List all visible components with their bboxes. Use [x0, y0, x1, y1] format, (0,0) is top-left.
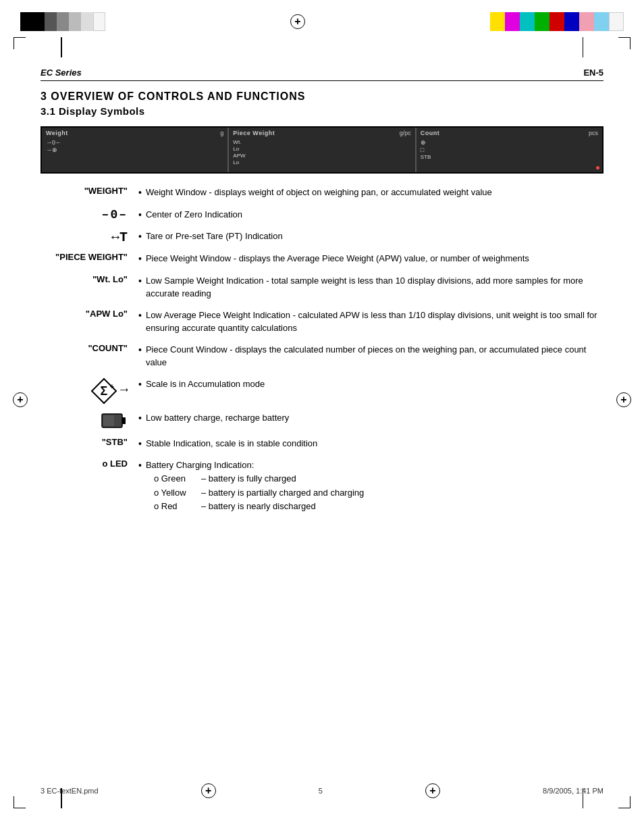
panel-count-unit: pcs	[589, 130, 598, 136]
stb-label: "STB"	[41, 437, 138, 447]
led-green-row: o Green – battery is fully charged	[154, 472, 603, 486]
sigma-content: • Scale is in Accumulation mode	[138, 377, 603, 393]
led-bullet-text: Battery Charging Indication: o Green – b…	[146, 459, 603, 514]
panel-pw-icons: Wt.Lo APWLo	[233, 139, 410, 165]
cs-magenta	[505, 12, 520, 31]
corner-tl	[14, 37, 26, 49]
bullet-dot: •	[138, 209, 142, 222]
pw-icon-wtlo: Wt.Lo	[233, 139, 410, 152]
cs-ltblue	[594, 12, 609, 31]
zero-symbol: –0–	[41, 208, 138, 221]
led-label: o LED	[41, 459, 138, 469]
cs-green	[535, 12, 549, 31]
weight-label: "WEIGHT"	[41, 186, 138, 196]
led-red-row: o Red – battery is nearly discharged	[154, 500, 603, 514]
display-panel-pieceweight: Piece Weight g/pc Wt.Lo APWLo	[229, 128, 416, 172]
row-sigma: Σ + → • Scale is in Accumulation mode	[41, 377, 603, 405]
row-stb: "STB" • Stable Indication, scale is in s…	[41, 437, 603, 452]
bullet-dot: •	[138, 309, 142, 323]
display-panel-count: Count pcs ⊕ □ STB	[417, 128, 602, 172]
panel-count-label: Count	[421, 130, 598, 136]
wtlo-content: • Low Sample Weight Indication - total s…	[138, 274, 603, 302]
led-yellow-text: – battery is partially charged and charg…	[201, 486, 364, 500]
pw-bullet-text: Piece Weight Window - displays the Avera…	[146, 252, 603, 265]
count-icon-battery: □	[421, 147, 598, 153]
cs-blue	[564, 12, 579, 31]
row-apwlo: "APW Lo" • Low Average Piece Weight Indi…	[41, 309, 603, 336]
led-content: • Battery Charging Indication: o Green –…	[138, 459, 603, 515]
panel-weight-label: Weight	[46, 130, 223, 136]
top-center-reg-mark	[290, 14, 306, 30]
page-num: EN-5	[583, 68, 603, 78]
svg-rect-6	[103, 415, 114, 426]
row-weight: "WEIGHT" • Weight Window - displays weig…	[41, 186, 603, 201]
subsection-title: 3.1 Display Symbols	[41, 105, 603, 117]
right-reg-mark	[616, 392, 632, 408]
display-panel-weight: Weight g →0← →⊕	[42, 128, 229, 172]
apwlo-bullet-text: Low Average Piece Weight Indication - ca…	[146, 309, 603, 335]
bullet-dot: •	[138, 186, 142, 200]
battery-content: • Low battery charge, recharge battery	[138, 411, 603, 427]
footer-left: 3 EC-textEN.pmd	[41, 787, 99, 795]
sigma-bullet-text: Scale is in Accumulation mode	[146, 377, 603, 391]
weight-bullet: • Weight Window - displays weight of obj…	[138, 186, 603, 200]
zero-bullet-text: Center of Zero Indication	[146, 208, 603, 221]
zero-content: • Center of Zero Indication	[138, 208, 603, 224]
count-bullet-text: Piece Count Window - displays the calcul…	[146, 343, 603, 369]
bullet-dot: •	[138, 275, 142, 288]
count-label: "COUNT"	[41, 343, 138, 353]
pw-bullet: • Piece Weight Window - displays the Ave…	[138, 252, 603, 266]
battery-bullet-text: Low battery charge, recharge battery	[146, 411, 603, 425]
tare-symbol: ↔T	[41, 230, 138, 245]
cs-red	[549, 12, 564, 31]
cs-yellow	[490, 12, 505, 31]
row-pieceweight: "PIECE WEIGHT" • Piece Weight Window - d…	[41, 252, 603, 267]
battery-bullet: • Low battery charge, recharge battery	[138, 411, 603, 425]
led-green-label: o Green	[154, 472, 188, 486]
wtlo-bullet-text: Low Sample Weight Indication - total sam…	[146, 274, 603, 301]
tare-bullet: • Tare or Pre-set Tare (PT) Indication	[138, 230, 603, 244]
cs-lgray	[69, 12, 81, 31]
footer-reg-mark2	[425, 783, 441, 799]
corner-bl	[14, 796, 26, 808]
apwlo-content: • Low Average Piece Weight Indication - …	[138, 309, 603, 336]
row-battery: • Low battery charge, recharge battery	[41, 411, 603, 430]
panel-weight-unit: g	[220, 130, 223, 136]
sigma-icon: Σ + →	[90, 377, 128, 405]
cs-dgray	[45, 12, 57, 31]
row-zero: –0– • Center of Zero Indication	[41, 208, 603, 224]
panel-count-icons: ⊕ □ STB	[421, 139, 598, 160]
wtlo-label: "Wt. Lo"	[41, 274, 138, 284]
corner-tr	[618, 37, 630, 49]
bullet-dot: •	[138, 344, 142, 357]
apwlo-bullet: • Low Average Piece Weight Indication - …	[138, 309, 603, 335]
cs-white	[93, 12, 105, 31]
page-footer: 3 EC-textEN.pmd 5 8/9/2005, 1:41 PM	[41, 783, 603, 799]
row-led: o LED • Battery Charging Indication: o G…	[41, 459, 603, 515]
row-wtlo: "Wt. Lo" • Low Sample Weight Indication …	[41, 274, 603, 302]
svg-rect-5	[122, 417, 126, 424]
led-green-text: – battery is fully charged	[201, 472, 296, 486]
battery-symbol	[41, 411, 138, 430]
count-icon-accum: ⊕	[421, 139, 598, 146]
scale-display-diagram: Weight g →0← →⊕ Piece Weight g/pc Wt.Lo …	[41, 126, 603, 174]
stb-bullet-text: Stable Indication, scale is in stable co…	[146, 437, 603, 450]
bullet-dot: •	[138, 412, 142, 425]
weight-bullet-text: Weight Window - displays weight of objec…	[146, 186, 603, 199]
cs-pink	[579, 12, 594, 31]
count-icon-stb: STB	[421, 154, 598, 160]
apwlo-label: "APW Lo"	[41, 309, 138, 319]
led-yellow-row: o Yellow – battery is partially charged …	[154, 486, 603, 500]
bullet-dot: •	[138, 230, 142, 244]
section-title: 3 OVERVIEW OF CONTROLS AND FUNCTIONS	[41, 90, 603, 103]
pw-icon-apwlo: APWLo	[233, 153, 410, 165]
pw-content: • Piece Weight Window - displays the Ave…	[138, 252, 603, 267]
footer-center: 5	[319, 787, 323, 795]
bullet-dot: •	[138, 253, 142, 266]
footer-reg-mark	[200, 783, 217, 799]
zero-bullet: • Center of Zero Indication	[138, 208, 603, 222]
tare-bullet-text: Tare or Pre-set Tare (PT) Indication	[146, 230, 603, 243]
svg-text:→: →	[117, 382, 128, 396]
led-red-label: o Red	[154, 500, 188, 514]
page-header: EC Series EN-5	[41, 68, 603, 81]
